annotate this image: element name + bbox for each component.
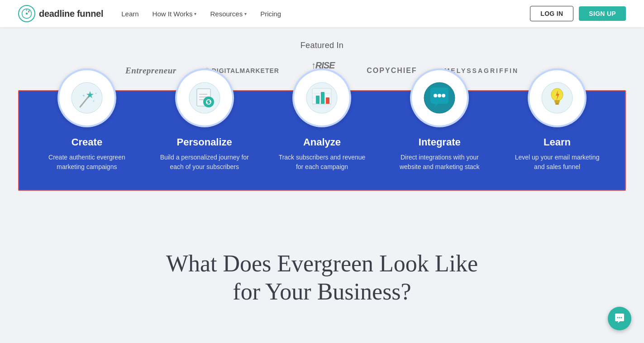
nav-how-it-works[interactable]: How It Works ▾ xyxy=(153,10,197,18)
copychief-logo: COPYCHIEF xyxy=(367,67,417,75)
feature-personalize: Personalize Build a personalized journey… xyxy=(159,91,250,172)
svg-rect-31 xyxy=(554,100,560,102)
svg-point-34 xyxy=(617,317,619,319)
svg-point-8 xyxy=(95,93,96,94)
nav-learn[interactable]: Learn xyxy=(121,10,138,18)
learn-icon xyxy=(541,82,573,114)
svg-rect-22 xyxy=(326,97,329,104)
svg-point-6 xyxy=(83,95,85,97)
navbar: deadline funnel Learn How It Works ▾ Res… xyxy=(0,0,644,27)
svg-rect-20 xyxy=(316,96,320,104)
navbar-left: deadline funnel Learn How It Works ▾ Res… xyxy=(18,5,281,22)
features-band-wrapper: Create Create authentic evergreen market… xyxy=(0,90,644,191)
svg-rect-33 xyxy=(555,103,559,105)
svg-rect-24 xyxy=(312,104,331,108)
logo[interactable]: deadline funnel xyxy=(18,5,103,22)
chevron-down-icon: ▾ xyxy=(194,11,196,16)
personalize-icon xyxy=(189,82,220,114)
featured-title: Featured In xyxy=(18,41,626,50)
feature-create: Create Create authentic evergreen market… xyxy=(42,91,132,172)
svg-point-15 xyxy=(203,97,214,107)
nav-resources[interactable]: Resources ▾ xyxy=(210,10,247,18)
logo-svg xyxy=(21,8,32,19)
create-desc: Create authentic evergreen marketing cam… xyxy=(42,153,132,172)
analyze-icon xyxy=(306,82,338,114)
integrate-title: Integrate xyxy=(419,136,461,148)
nav-pricing[interactable]: Pricing xyxy=(260,10,281,18)
navbar-right: LOG IN SIGN UP xyxy=(530,6,626,21)
entrepreneur-logo: Entrepreneur xyxy=(125,66,177,76)
svg-point-35 xyxy=(619,317,620,319)
logo-icon xyxy=(18,5,35,22)
svg-point-27 xyxy=(438,94,441,97)
feature-integrate: Integrate Direct integrations with your … xyxy=(394,91,485,172)
feature-analyze: Analyze Track subscribers and revenue fo… xyxy=(277,91,367,172)
integrate-icon-circle xyxy=(410,68,469,127)
create-title: Create xyxy=(72,136,102,148)
analyze-desc: Track subscribers and revenue for each c… xyxy=(277,153,367,172)
svg-point-7 xyxy=(93,101,94,102)
login-button[interactable]: LOG IN xyxy=(530,6,573,21)
personalize-title: Personalize xyxy=(177,136,232,148)
create-icon-circle xyxy=(57,68,116,127)
feature-learn: Learn Level up your email marketing and … xyxy=(512,91,602,172)
spacer-section xyxy=(0,191,644,250)
integrate-desc: Direct integrations with your website an… xyxy=(394,153,485,172)
evergreen-title: What Does Evergreen Look Like for Your B… xyxy=(18,250,626,306)
analyze-icon-circle xyxy=(292,68,351,127)
chevron-down-icon: ▾ xyxy=(244,11,247,16)
features-band: Create Create authentic evergreen market… xyxy=(19,91,625,190)
svg-point-28 xyxy=(442,94,445,97)
personalize-desc: Build a personalized journey for each of… xyxy=(159,153,250,172)
svg-point-36 xyxy=(621,317,622,319)
personalize-icon-circle xyxy=(175,68,234,127)
logo-text: deadline funnel xyxy=(39,9,103,19)
evergreen-section: What Does Evergreen Look Like for Your B… xyxy=(0,250,644,333)
svg-rect-32 xyxy=(555,102,559,103)
analyze-title: Analyze xyxy=(303,136,341,148)
svg-point-1 xyxy=(26,13,28,15)
nav-links: Learn How It Works ▾ Resources ▾ Pricing xyxy=(121,10,281,18)
chat-icon xyxy=(614,313,625,324)
svg-rect-21 xyxy=(321,92,324,104)
integrate-icon xyxy=(424,82,455,114)
svg-point-26 xyxy=(434,94,437,97)
chat-widget[interactable] xyxy=(608,307,631,330)
learn-desc: Level up your email marketing and sales … xyxy=(512,153,602,172)
learn-title: Learn xyxy=(544,136,571,148)
features-band-outline: Create Create authentic evergreen market… xyxy=(18,90,626,191)
signup-button[interactable]: SIGN UP xyxy=(579,6,626,21)
learn-icon-circle xyxy=(528,68,587,127)
create-icon xyxy=(71,82,103,114)
